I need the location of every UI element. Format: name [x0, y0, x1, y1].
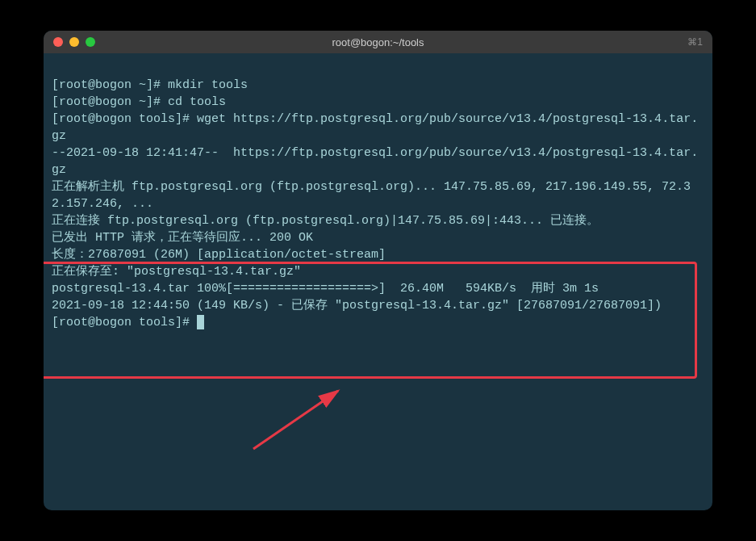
output-line: --2021-09-18 12:41:47-- https://ftp.post…: [52, 145, 704, 178]
prompt: [root@bogon tools]#: [52, 112, 197, 126]
terminal-content[interactable]: [root@bogon ~]# mkdir tools[root@bogon ~…: [44, 53, 712, 510]
minimize-icon[interactable]: [69, 37, 79, 47]
cursor-icon: [197, 315, 204, 329]
prompt: [root@bogon tools]#: [52, 316, 197, 329]
output-line: 已发出 HTTP 请求，正在等待回应... 200 OK: [52, 229, 704, 246]
output-line: postgresql-13.4.tar 100%[===============…: [52, 280, 704, 297]
window-shortcut: ⌘1: [687, 36, 703, 48]
close-icon[interactable]: [53, 37, 63, 47]
terminal-window: root@bogon:~/tools ⌘1 [root@bogon ~]# mk…: [44, 31, 712, 510]
output-line: 正在保存至: "postgresql-13.4.tar.gz": [52, 263, 704, 280]
titlebar: root@bogon:~/tools ⌘1: [44, 31, 712, 53]
output-line: 正在连接 ftp.postgresql.org (ftp.postgresql.…: [52, 212, 704, 229]
prompt: [root@bogon ~]#: [52, 95, 168, 109]
prompt: [root@bogon ~]#: [52, 78, 168, 92]
annotation-arrow-icon: [245, 384, 350, 457]
maximize-icon[interactable]: [86, 37, 95, 47]
output-line: 正在解析主机 ftp.postgresql.org (ftp.postgresq…: [52, 178, 704, 212]
command: cd tools: [168, 95, 226, 109]
traffic-lights: [53, 37, 95, 47]
svg-line-1: [253, 391, 338, 449]
command: mkdir tools: [168, 78, 248, 92]
window-title: root@bogon:~/tools: [332, 36, 424, 48]
output-line: 长度：27687091 (26M) [application/octet-str…: [52, 246, 704, 263]
output-line: 2021-09-18 12:44:50 (149 KB/s) - 已保存 "po…: [52, 297, 704, 314]
